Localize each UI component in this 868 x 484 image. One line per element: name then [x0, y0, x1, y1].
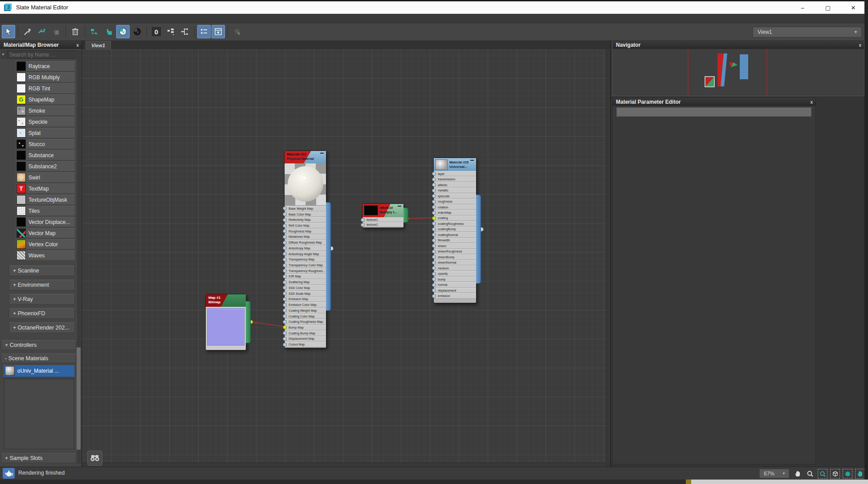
- map-list-item[interactable]: Vector Displace...: [16, 217, 75, 227]
- map-list-item[interactable]: Waves: [16, 250, 75, 260]
- arrange-graph-button[interactable]: [178, 25, 192, 38]
- port-connector-icon[interactable]: [432, 283, 436, 287]
- assign-material-button[interactable]: [49, 25, 63, 38]
- map-list-item[interactable]: Substance2: [16, 161, 75, 171]
- port-connector-icon[interactable]: [432, 249, 436, 253]
- port-connector-icon[interactable]: [432, 194, 436, 198]
- port-connector-icon[interactable]: [283, 252, 287, 256]
- port-connector-icon[interactable]: [283, 292, 287, 296]
- show-background-map-button[interactable]: [130, 25, 144, 38]
- menu-item[interactable]: [20, 14, 29, 23]
- port-connector-icon[interactable]: [432, 183, 436, 187]
- port-connector-icon[interactable]: [283, 331, 287, 335]
- pan-active-button[interactable]: [855, 469, 865, 479]
- port-connector-icon[interactable]: [283, 280, 287, 284]
- zoom-extents-button[interactable]: [830, 469, 840, 479]
- map-list-item[interactable]: Speckle: [16, 117, 75, 127]
- map-list-item[interactable]: T TextMap: [16, 183, 75, 194]
- map-list-item[interactable]: Vector Map: [16, 228, 75, 238]
- port-connector-icon[interactable]: [432, 266, 436, 270]
- bitmap-output-tab[interactable]: [246, 301, 251, 343]
- layout-children-button[interactable]: [164, 25, 177, 38]
- input-port[interactable]: Anisotropy Map: [285, 245, 326, 251]
- view-vertical-scrollbar[interactable]: [606, 49, 610, 463]
- navigator-header[interactable]: Navigator x: [612, 41, 864, 49]
- input-port[interactable]: coatingNormal: [434, 232, 476, 237]
- input-port[interactable]: specular: [434, 193, 476, 199]
- input-port[interactable]: indexMap: [434, 210, 476, 215]
- port-connector-icon[interactable]: [283, 235, 287, 239]
- close-button[interactable]: ✕: [843, 1, 864, 14]
- port-connector-icon[interactable]: [432, 227, 436, 231]
- maximize-button[interactable]: ▢: [818, 1, 838, 14]
- port-connector-icon[interactable]: [432, 188, 436, 192]
- collapse-node-icon[interactable]: [320, 153, 324, 154]
- input-port[interactable]: Bump Map: [285, 325, 326, 330]
- input-port[interactable]: bump: [434, 277, 476, 282]
- input-port[interactable]: sheen: [434, 243, 476, 248]
- physical-output-tab[interactable]: [326, 202, 331, 311]
- port-connector-icon[interactable]: [283, 286, 287, 290]
- input-port[interactable]: coating: [434, 216, 476, 221]
- menu-item[interactable]: [56, 14, 65, 23]
- input-port[interactable]: roughness: [434, 199, 476, 204]
- collapse-node-icon[interactable]: [470, 160, 474, 161]
- map-list-item[interactable]: Tiles: [16, 206, 75, 216]
- input-port[interactable]: sheenRoughness: [434, 249, 476, 254]
- input-port[interactable]: Transparency Roughnes...: [285, 268, 326, 274]
- input-port[interactable]: Coating Roughness Map: [285, 319, 326, 325]
- input-port[interactable]: Transparency Map: [285, 256, 326, 262]
- input-port[interactable]: opacity: [434, 271, 476, 276]
- port-connector-icon[interactable]: [283, 229, 287, 233]
- map-list-item[interactable]: Splat: [16, 128, 75, 138]
- map-group-button[interactable]: + OctaneRender 202...: [9, 322, 75, 333]
- node-universal-material[interactable]: Material #25 Universal... layer transmis…: [433, 158, 477, 303]
- input-port[interactable]: medium: [434, 265, 476, 271]
- input-port[interactable]: Coating Weight Map: [285, 308, 326, 313]
- zoom-tool-button[interactable]: [805, 469, 815, 479]
- input-port[interactable]: SSS Color Map: [285, 285, 326, 291]
- map-list-item[interactable]: Raytrace: [16, 61, 75, 71]
- map-list-item[interactable]: Swirl: [16, 172, 75, 183]
- port-connector-icon[interactable]: [432, 233, 436, 237]
- input-port[interactable]: IOR Map: [285, 274, 326, 280]
- port-connector-icon[interactable]: [283, 337, 287, 341]
- input-port[interactable]: displacement: [434, 288, 476, 293]
- input-port[interactable]: coatingRoughness: [434, 221, 476, 226]
- scene-material-item-selected[interactable]: oUniv_Material ...: [4, 365, 74, 377]
- select-by-material-button[interactable]: [231, 25, 244, 38]
- port-connector-icon[interactable]: [432, 244, 436, 248]
- search-options-button[interactable]: ▼: [1, 50, 5, 59]
- input-port[interactable]: normal: [434, 282, 476, 287]
- input-port[interactable]: albedo: [434, 182, 476, 187]
- view-tab[interactable]: View1: [86, 41, 111, 49]
- parameter-editor-toggle[interactable]: [212, 25, 225, 38]
- port-connector-icon[interactable]: [283, 325, 287, 329]
- controllers-group-button[interactable]: + Controllers: [1, 340, 76, 350]
- pick-material-button[interactable]: [21, 25, 34, 38]
- map-list-item[interactable]: Substance: [16, 150, 75, 160]
- scene-materials-group-button[interactable]: - Scene Materials: [1, 354, 76, 363]
- port-connector-icon[interactable]: [283, 257, 287, 261]
- input-port[interactable]: sheenNormal: [434, 260, 476, 265]
- delete-selected-button[interactable]: [69, 25, 82, 38]
- port-connector-icon[interactable]: [432, 260, 436, 264]
- node-graph-canvas[interactable]: [82, 49, 607, 463]
- input-port[interactable]: Coating Color Map: [285, 313, 326, 319]
- map-list-item[interactable]: Vertex Color: [16, 239, 75, 249]
- port-connector-icon[interactable]: [283, 212, 287, 216]
- input-port[interactable]: layer: [434, 171, 476, 176]
- input-port[interactable]: metallic: [434, 187, 476, 193]
- sample-slots-group-button[interactable]: + Sample Slots: [1, 453, 76, 463]
- port-connector-icon[interactable]: [432, 238, 436, 242]
- port-connector-icon[interactable]: [283, 309, 287, 313]
- minimize-button[interactable]: –: [792, 1, 813, 14]
- input-port[interactable]: Metalness Map: [285, 234, 326, 240]
- input-port[interactable]: Diffuse Roughness Map: [285, 240, 326, 245]
- map-group-button[interactable]: + PhoenixFD: [9, 308, 75, 319]
- input-port[interactable]: texture1: [363, 217, 403, 222]
- render-preview-button[interactable]: [3, 468, 15, 479]
- port-connector-icon[interactable]: [432, 199, 436, 203]
- input-port[interactable]: Scattering Map: [285, 279, 326, 285]
- port-connector-icon[interactable]: [283, 240, 287, 244]
